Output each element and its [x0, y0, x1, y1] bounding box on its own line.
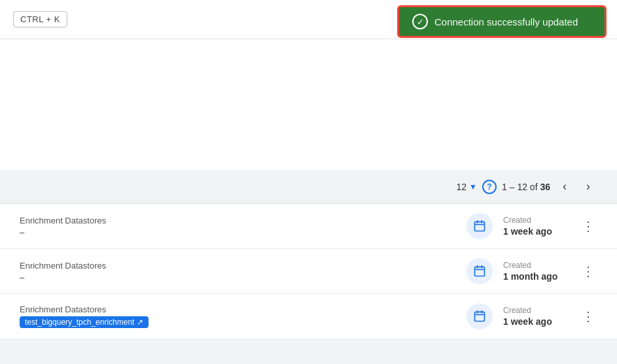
table-area: Enrichment Datastores – Created 1 week a…: [0, 204, 617, 339]
row-category-0: Enrichment Datastores: [20, 216, 467, 225]
date-value-0: 1 week ago: [503, 226, 569, 237]
row-left-2: Enrichment Datastores test_bigquery_tpch…: [20, 305, 467, 328]
prev-page-button[interactable]: ‹: [555, 178, 574, 196]
calendar-icon-1: [467, 258, 493, 284]
date-label-0: Created: [503, 216, 569, 225]
row-left-0: Enrichment Datastores –: [20, 216, 467, 237]
svg-rect-0: [475, 222, 485, 231]
page-size-selector[interactable]: 12 ▼: [457, 182, 477, 192]
row-right-2: Created 1 week ago ⋮: [467, 303, 597, 329]
table-row: Enrichment Datastores test_bigquery_tpch…: [0, 294, 617, 339]
row-right-0: Created 1 week ago ⋮: [467, 213, 597, 239]
date-value-2: 1 week ago: [503, 316, 569, 327]
more-options-button-0[interactable]: ⋮: [579, 217, 597, 235]
date-label-1: Created: [503, 261, 569, 270]
row-category-2: Enrichment Datastores: [20, 305, 467, 314]
table-row: Enrichment Datastores – Created 1 week a…: [0, 204, 617, 249]
row-date-info-1: Created 1 month ago: [503, 261, 569, 282]
row-left-1: Enrichment Datastores –: [20, 261, 467, 282]
svg-rect-4: [475, 267, 485, 276]
calendar-icon-2: [467, 303, 493, 329]
pagination-bar: 12 ▼ ? 1 – 12 of 36 ‹ ›: [0, 170, 617, 204]
help-icon[interactable]: ?: [482, 180, 497, 194]
row-date-info-2: Created 1 week ago: [503, 306, 569, 327]
next-page-button[interactable]: ›: [579, 178, 597, 196]
toast-message: Connection successfully updated: [434, 16, 578, 27]
pagination-info: 1 – 12 of 36: [502, 182, 550, 192]
row-tag-2[interactable]: test_bigquery_tpch_enrichment ↗: [20, 316, 149, 328]
date-label-2: Created: [503, 306, 569, 315]
shortcut-badge: CTRL + K: [13, 11, 67, 27]
more-options-button-1[interactable]: ⋮: [579, 262, 597, 280]
more-options-button-2[interactable]: ⋮: [579, 307, 597, 325]
success-toast: ✓ Connection successfully updated: [397, 5, 607, 38]
row-date-info-0: Created 1 week ago: [503, 216, 569, 237]
page-size-value: 12: [457, 182, 467, 192]
page-size-dropdown-icon[interactable]: ▼: [469, 182, 477, 191]
content-area: [0, 39, 617, 170]
top-bar: CTRL + K ✓ Connection successfully updat…: [0, 0, 617, 39]
row-name-1: –: [20, 273, 467, 282]
calendar-icon-0: [467, 213, 493, 239]
toast-check-icon: ✓: [412, 14, 428, 29]
date-value-1: 1 month ago: [503, 271, 569, 282]
row-name-0: –: [20, 227, 467, 237]
table-row: Enrichment Datastores – Created 1 month …: [0, 249, 617, 294]
svg-rect-8: [475, 312, 485, 321]
total-count: 36: [540, 182, 550, 192]
row-category-1: Enrichment Datastores: [20, 261, 467, 271]
row-tag-text-2: test_bigquery_tpch_enrichment ↗: [25, 318, 143, 327]
row-right-1: Created 1 month ago ⋮: [467, 258, 597, 284]
